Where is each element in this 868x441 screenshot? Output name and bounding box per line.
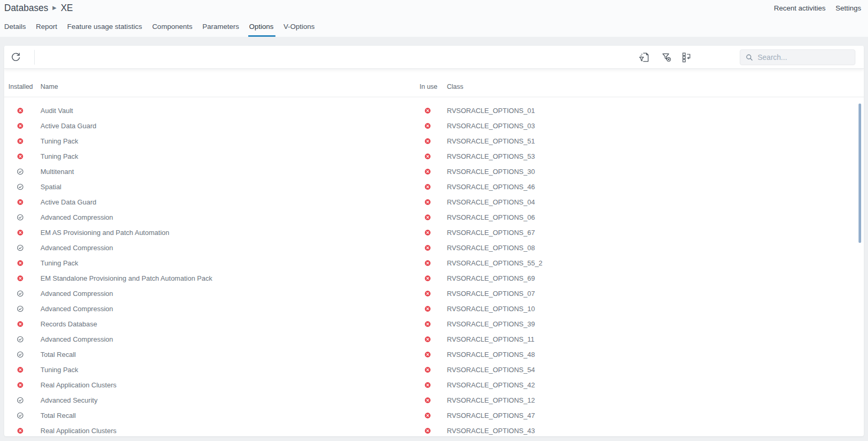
grid-body: Audit VaultRVSORACLE_OPTIONS_01Active Da… xyxy=(4,97,864,436)
x-circle-icon xyxy=(423,137,432,146)
x-circle-icon xyxy=(423,396,432,405)
in-use-cell xyxy=(420,213,447,222)
x-circle-icon xyxy=(16,259,25,268)
table-row[interactable]: MultitenantRVSORACLE_OPTIONS_30 xyxy=(4,164,864,179)
option-name-cell: Active Data Guard xyxy=(40,122,420,130)
table-row[interactable]: Advanced CompressionRVSORACLE_OPTIONS_11 xyxy=(4,332,864,347)
tab-report[interactable]: Report xyxy=(36,20,57,37)
x-circle-icon xyxy=(423,289,432,298)
installed-cell xyxy=(8,182,40,191)
settings-link[interactable]: Settings xyxy=(835,4,861,12)
x-circle-icon xyxy=(16,137,25,146)
option-class-cell: RVSORACLE_OPTIONS_48 xyxy=(447,351,864,358)
table-row[interactable]: Advanced SecurityRVSORACLE_OPTIONS_12 xyxy=(4,393,864,408)
tab-bar: DetailsReportFeature usage statisticsCom… xyxy=(4,20,325,37)
option-name-cell: EM Standalone Provisioning and Patch Aut… xyxy=(40,274,420,282)
search-input[interactable] xyxy=(758,50,852,64)
x-circle-icon xyxy=(423,350,432,359)
table-row[interactable]: Real Application ClustersRVSORACLE_OPTIO… xyxy=(4,377,864,393)
table-row[interactable]: SpatialRVSORACLE_OPTIONS_46 xyxy=(4,179,864,194)
recent-activities-link[interactable]: Recent activities xyxy=(774,4,825,12)
table-row[interactable]: Advanced CompressionRVSORACLE_OPTIONS_06 xyxy=(4,210,864,225)
table-row[interactable]: EM Standalone Provisioning and Patch Aut… xyxy=(4,271,864,286)
x-circle-icon xyxy=(423,198,432,207)
x-circle-icon xyxy=(423,121,432,130)
option-class-cell: RVSORACLE_OPTIONS_06 xyxy=(447,213,864,221)
tab-parameters[interactable]: Parameters xyxy=(202,20,239,37)
installed-cell xyxy=(8,259,40,268)
check-circle-icon xyxy=(16,304,25,313)
in-use-cell xyxy=(420,381,447,389)
table-row[interactable]: Tuning PackRVSORACLE_OPTIONS_51 xyxy=(4,134,864,149)
installed-cell xyxy=(8,350,40,359)
filter-builder-button[interactable] xyxy=(636,49,652,65)
tab-feature-usage-statistics[interactable]: Feature usage statistics xyxy=(67,20,142,37)
column-header-name[interactable]: Name xyxy=(40,83,420,90)
tab-details[interactable]: Details xyxy=(4,20,26,37)
option-name-cell: EM AS Provisioning and Patch Automation xyxy=(40,229,420,237)
column-header-class[interactable]: Class xyxy=(447,83,864,90)
refresh-button[interactable] xyxy=(8,49,24,65)
option-name-cell: Audit Vault xyxy=(40,107,420,115)
option-name-cell: Real Application Clusters xyxy=(40,427,420,435)
x-circle-icon xyxy=(423,274,432,283)
column-header-in-use[interactable]: In use xyxy=(420,83,447,90)
in-use-cell xyxy=(420,304,447,313)
table-row[interactable]: Tuning PackRVSORACLE_OPTIONS_55_2 xyxy=(4,255,864,271)
option-name-cell: Active Data Guard xyxy=(40,198,420,206)
table-row[interactable]: EM AS Provisioning and Patch AutomationR… xyxy=(4,225,864,240)
installed-cell xyxy=(8,335,40,344)
vertical-scrollbar-thumb[interactable] xyxy=(859,104,861,243)
in-use-cell xyxy=(420,106,447,115)
header-links: Recent activities Settings xyxy=(774,0,861,16)
option-name-cell: Advanced Compression xyxy=(40,244,420,252)
in-use-cell xyxy=(420,396,447,405)
in-use-cell xyxy=(420,167,447,176)
filter-builder-icon xyxy=(638,52,650,63)
option-class-cell: RVSORACLE_OPTIONS_08 xyxy=(447,244,864,252)
check-circle-icon xyxy=(16,182,25,191)
table-row[interactable]: Records DatabaseRVSORACLE_OPTIONS_39 xyxy=(4,316,864,332)
x-circle-icon xyxy=(423,320,432,329)
table-row[interactable]: Total RecallRVSORACLE_OPTIONS_48 xyxy=(4,347,864,362)
column-chooser-button[interactable] xyxy=(679,49,695,65)
option-class-cell: RVSORACLE_OPTIONS_69 xyxy=(447,274,864,282)
breadcrumb-root[interactable]: Databases xyxy=(4,3,48,14)
table-row[interactable]: Tuning PackRVSORACLE_OPTIONS_54 xyxy=(4,362,864,377)
check-circle-icon xyxy=(16,213,25,222)
option-name-cell: Tuning Pack xyxy=(40,137,420,145)
option-class-cell: RVSORACLE_OPTIONS_12 xyxy=(447,396,864,404)
option-name-cell: Total Recall xyxy=(40,412,420,419)
option-class-cell: RVSORACLE_OPTIONS_04 xyxy=(447,198,864,206)
tab-options[interactable]: Options xyxy=(249,20,274,37)
table-row[interactable]: Total RecallRVSORACLE_OPTIONS_47 xyxy=(4,408,864,423)
in-use-cell xyxy=(420,243,447,252)
in-use-cell xyxy=(420,289,447,298)
search-box xyxy=(740,49,855,65)
clear-filter-icon xyxy=(661,52,672,63)
table-row[interactable]: Tuning PackRVSORACLE_OPTIONS_53 xyxy=(4,149,864,164)
x-circle-icon xyxy=(423,304,432,313)
table-row[interactable]: Advanced CompressionRVSORACLE_OPTIONS_10 xyxy=(4,301,864,316)
table-row[interactable]: Advanced CompressionRVSORACLE_OPTIONS_08 xyxy=(4,240,864,255)
column-header-installed[interactable]: Installed xyxy=(8,83,40,90)
clear-filter-button[interactable] xyxy=(659,49,675,65)
in-use-cell xyxy=(420,198,447,207)
tab-v-options[interactable]: V-Options xyxy=(283,20,314,37)
x-circle-icon xyxy=(423,259,432,268)
option-class-cell: RVSORACLE_OPTIONS_01 xyxy=(447,107,864,115)
table-row[interactable]: Active Data GuardRVSORACLE_OPTIONS_04 xyxy=(4,194,864,210)
x-circle-icon xyxy=(423,167,432,176)
option-name-cell: Advanced Compression xyxy=(40,290,420,298)
check-circle-icon xyxy=(16,167,25,176)
table-row[interactable]: Real Application ClustersRVSORACLE_OPTIO… xyxy=(4,423,864,436)
installed-cell xyxy=(8,411,40,420)
option-class-cell: RVSORACLE_OPTIONS_53 xyxy=(447,152,864,160)
installed-cell xyxy=(8,137,40,146)
table-row[interactable]: Advanced CompressionRVSORACLE_OPTIONS_07 xyxy=(4,286,864,301)
table-row[interactable]: Active Data GuardRVSORACLE_OPTIONS_03 xyxy=(4,118,864,134)
option-name-cell: Advanced Compression xyxy=(40,305,420,313)
table-row[interactable]: Audit VaultRVSORACLE_OPTIONS_01 xyxy=(4,103,864,118)
tab-components[interactable]: Components xyxy=(152,20,192,37)
x-circle-icon xyxy=(16,121,25,130)
